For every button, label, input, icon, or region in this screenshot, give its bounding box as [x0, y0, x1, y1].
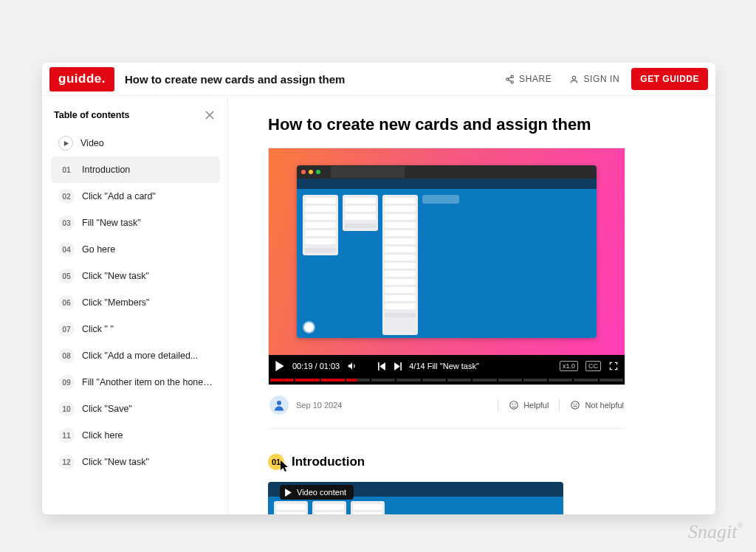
- toc-item-01[interactable]: 01Introduction: [51, 156, 220, 183]
- toc-item-number: 05: [58, 269, 75, 283]
- toc-item-03[interactable]: 03Fill "New task": [51, 210, 220, 236]
- toc-item-number: 01: [58, 162, 75, 177]
- signin-button[interactable]: SIGN IN: [560, 69, 628, 89]
- prev-icon[interactable]: [378, 362, 386, 370]
- cc-badge[interactable]: CC: [585, 361, 601, 371]
- toc-item-label: Click "New task": [82, 457, 149, 467]
- frown-icon: [570, 400, 580, 410]
- main-title: How to create new cards and assign them: [268, 115, 676, 134]
- svg-point-19: [574, 404, 574, 405]
- video-controls: 00:19 / 01:03 4/14 Fill "New task" x1.0 …: [269, 355, 625, 377]
- progress-segment[interactable]: [523, 379, 547, 382]
- progress-segment[interactable]: [321, 379, 345, 382]
- svg-marker-12: [394, 362, 400, 370]
- toc-item-12[interactable]: 12Click "New task": [51, 449, 220, 475]
- speed-badge[interactable]: x1.0: [560, 361, 578, 371]
- author-avatar[interactable]: [269, 396, 289, 415]
- toc-item-number: 07: [58, 322, 75, 337]
- date-text: Sep 10 2024: [296, 401, 342, 410]
- main-content: How to create new cards and assign them: [228, 96, 715, 514]
- next-icon[interactable]: [394, 362, 402, 370]
- helpful-button[interactable]: Helpful: [509, 400, 549, 410]
- svg-point-16: [512, 404, 513, 405]
- close-icon[interactable]: [202, 108, 217, 123]
- svg-point-18: [571, 401, 580, 410]
- toc-item-11[interactable]: 11Click here: [51, 422, 220, 449]
- user-icon: [569, 75, 579, 84]
- toc-title: Table of contents: [54, 110, 130, 120]
- progress-segment[interactable]: [472, 379, 496, 382]
- progress-segment[interactable]: [574, 379, 597, 382]
- toc-item-label: Click here: [82, 430, 123, 441]
- sidebar: Table of contents Video 01Introduction02…: [42, 96, 228, 514]
- toc-item-09[interactable]: 09Fill "Another item on the honey-...: [51, 369, 220, 396]
- toc-item-04[interactable]: 04Go here: [51, 236, 220, 263]
- toc-item-06[interactable]: 06Click "Members": [51, 289, 220, 316]
- svg-line-4: [509, 80, 512, 81]
- play-icon[interactable]: [275, 361, 285, 371]
- progress-segment[interactable]: [447, 379, 471, 382]
- svg-point-15: [510, 401, 518, 410]
- svg-rect-13: [401, 362, 402, 370]
- signin-label: SIGN IN: [583, 74, 619, 84]
- progress-segment[interactable]: [549, 379, 572, 382]
- toc-item-number: 12: [58, 455, 75, 469]
- progress-segment[interactable]: [498, 379, 522, 382]
- toc-item-10[interactable]: 10Click "Save": [51, 396, 220, 422]
- svg-point-20: [577, 404, 577, 405]
- video-player: 00:19 / 01:03 4/14 Fill "New task" x1.0 …: [268, 148, 625, 385]
- share-icon: [505, 75, 515, 84]
- toc-item-number: 02: [58, 189, 75, 204]
- svg-point-1: [506, 77, 509, 80]
- toc-header: Table of contents: [54, 108, 217, 123]
- video-progress[interactable]: [269, 377, 625, 384]
- toc-item-02[interactable]: 02Click "Add a card": [51, 183, 220, 210]
- toc-item-video[interactable]: Video: [51, 130, 220, 156]
- progress-segment[interactable]: [270, 379, 294, 382]
- share-button[interactable]: SHARE: [496, 69, 560, 89]
- share-label: SHARE: [519, 74, 551, 84]
- topbar: guidde. How to create new cards and assi…: [42, 63, 715, 96]
- toc-item-label: Introduction: [82, 165, 130, 175]
- svg-point-17: [515, 404, 516, 405]
- video-content-chip[interactable]: Video content: [280, 485, 354, 500]
- toc-item-08[interactable]: 08Click "Add a more detailed...: [51, 342, 220, 369]
- progress-segment[interactable]: [396, 379, 420, 382]
- svg-marker-11: [379, 362, 385, 370]
- play-icon: [58, 136, 73, 151]
- section-title: Introduction: [292, 455, 365, 469]
- toc-item-number: 03: [58, 215, 75, 230]
- svg-point-14: [277, 401, 281, 405]
- app-window: guidde. How to create new cards and assi…: [42, 63, 715, 514]
- section-thumbnail[interactable]: Video content: [268, 482, 563, 514]
- get-guidde-button[interactable]: GET GUIDDE: [631, 68, 708, 90]
- toc-item-number: 06: [58, 295, 75, 310]
- brand-logo[interactable]: guidde.: [49, 67, 114, 92]
- not-helpful-button[interactable]: Not helpful: [570, 400, 624, 410]
- fullscreen-icon[interactable]: [608, 361, 619, 371]
- volume-icon[interactable]: [347, 361, 357, 371]
- progress-segment[interactable]: [599, 379, 623, 382]
- progress-segment[interactable]: [422, 379, 446, 382]
- video-frame[interactable]: [269, 148, 625, 355]
- video-step-label: 4/14 Fill "New task": [409, 362, 479, 370]
- section-header: 01 Introduction: [268, 454, 676, 470]
- toc-item-label: Click "New task": [82, 271, 149, 281]
- progress-segment[interactable]: [371, 379, 395, 382]
- video-content-preview: [297, 165, 597, 338]
- progress-segment[interactable]: [295, 379, 319, 382]
- svg-line-3: [509, 77, 512, 78]
- svg-point-0: [511, 75, 513, 77]
- toc-item-label: Fill "New task": [82, 218, 141, 228]
- progress-segment[interactable]: [346, 379, 370, 382]
- play-icon: [284, 489, 292, 497]
- toc-item-label: Click " ": [82, 324, 114, 334]
- svg-rect-10: [378, 362, 379, 370]
- svg-marker-21: [285, 489, 292, 497]
- mouse-cursor-icon: [281, 460, 289, 472]
- toc-item-05[interactable]: 05Click "New task": [51, 263, 220, 289]
- video-time: 00:19 / 01:03: [292, 362, 340, 370]
- helpful-label: Helpful: [523, 401, 549, 410]
- toc-item-number: 04: [58, 242, 75, 257]
- toc-item-07[interactable]: 07Click " ": [51, 316, 220, 342]
